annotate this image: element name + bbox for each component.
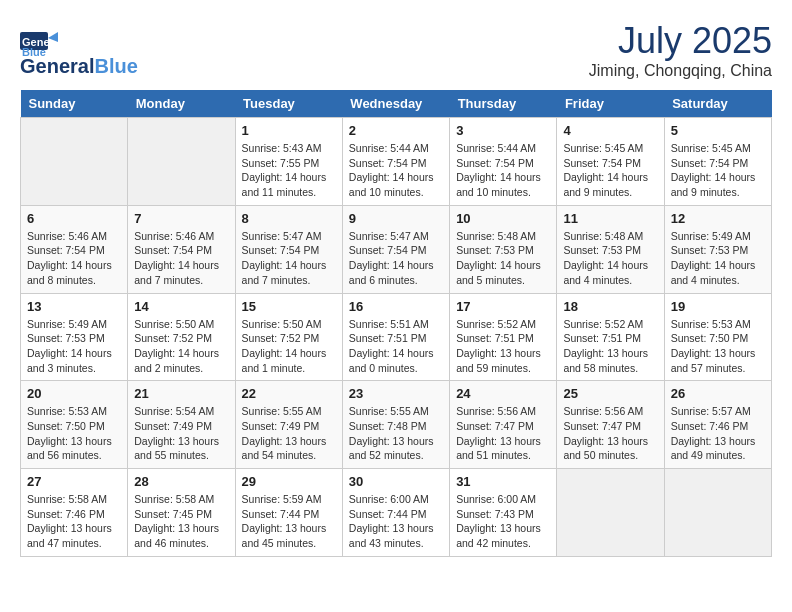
day-info: Sunrise: 5:55 AM Sunset: 7:48 PM Dayligh… [349, 404, 443, 463]
header-wednesday: Wednesday [342, 90, 449, 118]
day-number: 25 [563, 386, 657, 401]
calendar-cell: 26Sunrise: 5:57 AM Sunset: 7:46 PM Dayli… [664, 381, 771, 469]
calendar-cell: 6Sunrise: 5:46 AM Sunset: 7:54 PM Daylig… [21, 205, 128, 293]
day-info: Sunrise: 5:43 AM Sunset: 7:55 PM Dayligh… [242, 141, 336, 200]
calendar-cell: 7Sunrise: 5:46 AM Sunset: 7:54 PM Daylig… [128, 205, 235, 293]
calendar-cell: 17Sunrise: 5:52 AM Sunset: 7:51 PM Dayli… [450, 293, 557, 381]
header-thursday: Thursday [450, 90, 557, 118]
header-tuesday: Tuesday [235, 90, 342, 118]
calendar-table: SundayMondayTuesdayWednesdayThursdayFrid… [20, 90, 772, 557]
header-friday: Friday [557, 90, 664, 118]
day-info: Sunrise: 6:00 AM Sunset: 7:44 PM Dayligh… [349, 492, 443, 551]
calendar-cell: 1Sunrise: 5:43 AM Sunset: 7:55 PM Daylig… [235, 118, 342, 206]
day-number: 28 [134, 474, 228, 489]
calendar-cell: 9Sunrise: 5:47 AM Sunset: 7:54 PM Daylig… [342, 205, 449, 293]
calendar-cell: 8Sunrise: 5:47 AM Sunset: 7:54 PM Daylig… [235, 205, 342, 293]
day-number: 21 [134, 386, 228, 401]
calendar-cell: 4Sunrise: 5:45 AM Sunset: 7:54 PM Daylig… [557, 118, 664, 206]
calendar-header-row: SundayMondayTuesdayWednesdayThursdayFrid… [21, 90, 772, 118]
logo-icon: General Blue [20, 20, 60, 60]
day-number: 10 [456, 211, 550, 226]
day-info: Sunrise: 5:52 AM Sunset: 7:51 PM Dayligh… [563, 317, 657, 376]
day-info: Sunrise: 5:56 AM Sunset: 7:47 PM Dayligh… [456, 404, 550, 463]
day-number: 3 [456, 123, 550, 138]
day-info: Sunrise: 5:59 AM Sunset: 7:44 PM Dayligh… [242, 492, 336, 551]
day-number: 2 [349, 123, 443, 138]
svg-text:Blue: Blue [22, 46, 46, 58]
calendar-cell: 22Sunrise: 5:55 AM Sunset: 7:49 PM Dayli… [235, 381, 342, 469]
day-info: Sunrise: 5:46 AM Sunset: 7:54 PM Dayligh… [134, 229, 228, 288]
day-number: 12 [671, 211, 765, 226]
day-info: Sunrise: 5:56 AM Sunset: 7:47 PM Dayligh… [563, 404, 657, 463]
day-info: Sunrise: 5:57 AM Sunset: 7:46 PM Dayligh… [671, 404, 765, 463]
day-number: 16 [349, 299, 443, 314]
calendar-week-2: 13Sunrise: 5:49 AM Sunset: 7:53 PM Dayli… [21, 293, 772, 381]
day-number: 7 [134, 211, 228, 226]
calendar-cell: 23Sunrise: 5:55 AM Sunset: 7:48 PM Dayli… [342, 381, 449, 469]
calendar-cell [557, 469, 664, 557]
calendar-cell: 15Sunrise: 5:50 AM Sunset: 7:52 PM Dayli… [235, 293, 342, 381]
page-header: General Blue General Blue July 2025 Jimi… [20, 20, 772, 80]
calendar-cell: 2Sunrise: 5:44 AM Sunset: 7:54 PM Daylig… [342, 118, 449, 206]
day-info: Sunrise: 5:47 AM Sunset: 7:54 PM Dayligh… [242, 229, 336, 288]
calendar-week-1: 6Sunrise: 5:46 AM Sunset: 7:54 PM Daylig… [21, 205, 772, 293]
calendar-cell [21, 118, 128, 206]
calendar-week-4: 27Sunrise: 5:58 AM Sunset: 7:46 PM Dayli… [21, 469, 772, 557]
day-number: 24 [456, 386, 550, 401]
day-info: Sunrise: 5:44 AM Sunset: 7:54 PM Dayligh… [349, 141, 443, 200]
header-monday: Monday [128, 90, 235, 118]
day-number: 18 [563, 299, 657, 314]
location-title: Jiming, Chongqing, China [589, 62, 772, 80]
calendar-cell: 27Sunrise: 5:58 AM Sunset: 7:46 PM Dayli… [21, 469, 128, 557]
day-number: 13 [27, 299, 121, 314]
calendar-cell: 14Sunrise: 5:50 AM Sunset: 7:52 PM Dayli… [128, 293, 235, 381]
day-info: Sunrise: 5:45 AM Sunset: 7:54 PM Dayligh… [563, 141, 657, 200]
calendar-week-0: 1Sunrise: 5:43 AM Sunset: 7:55 PM Daylig… [21, 118, 772, 206]
day-number: 1 [242, 123, 336, 138]
day-number: 15 [242, 299, 336, 314]
day-number: 29 [242, 474, 336, 489]
day-number: 19 [671, 299, 765, 314]
day-number: 23 [349, 386, 443, 401]
calendar-cell: 29Sunrise: 5:59 AM Sunset: 7:44 PM Dayli… [235, 469, 342, 557]
calendar-cell: 3Sunrise: 5:44 AM Sunset: 7:54 PM Daylig… [450, 118, 557, 206]
calendar-cell [128, 118, 235, 206]
calendar-cell: 10Sunrise: 5:48 AM Sunset: 7:53 PM Dayli… [450, 205, 557, 293]
day-info: Sunrise: 5:50 AM Sunset: 7:52 PM Dayligh… [134, 317, 228, 376]
day-info: Sunrise: 5:58 AM Sunset: 7:46 PM Dayligh… [27, 492, 121, 551]
day-info: Sunrise: 5:48 AM Sunset: 7:53 PM Dayligh… [456, 229, 550, 288]
day-number: 14 [134, 299, 228, 314]
day-number: 6 [27, 211, 121, 226]
calendar-cell: 16Sunrise: 5:51 AM Sunset: 7:51 PM Dayli… [342, 293, 449, 381]
header-sunday: Sunday [21, 90, 128, 118]
day-info: Sunrise: 5:58 AM Sunset: 7:45 PM Dayligh… [134, 492, 228, 551]
day-number: 17 [456, 299, 550, 314]
day-number: 4 [563, 123, 657, 138]
day-number: 11 [563, 211, 657, 226]
calendar-cell: 19Sunrise: 5:53 AM Sunset: 7:50 PM Dayli… [664, 293, 771, 381]
calendar-cell: 11Sunrise: 5:48 AM Sunset: 7:53 PM Dayli… [557, 205, 664, 293]
day-info: Sunrise: 5:44 AM Sunset: 7:54 PM Dayligh… [456, 141, 550, 200]
day-info: Sunrise: 5:46 AM Sunset: 7:54 PM Dayligh… [27, 229, 121, 288]
calendar-cell: 25Sunrise: 5:56 AM Sunset: 7:47 PM Dayli… [557, 381, 664, 469]
day-number: 31 [456, 474, 550, 489]
calendar-week-3: 20Sunrise: 5:53 AM Sunset: 7:50 PM Dayli… [21, 381, 772, 469]
day-number: 5 [671, 123, 765, 138]
day-number: 26 [671, 386, 765, 401]
day-number: 8 [242, 211, 336, 226]
calendar-cell: 30Sunrise: 6:00 AM Sunset: 7:44 PM Dayli… [342, 469, 449, 557]
calendar-cell: 31Sunrise: 6:00 AM Sunset: 7:43 PM Dayli… [450, 469, 557, 557]
title-block: July 2025 Jiming, Chongqing, China [589, 20, 772, 80]
calendar-cell: 13Sunrise: 5:49 AM Sunset: 7:53 PM Dayli… [21, 293, 128, 381]
calendar-cell: 12Sunrise: 5:49 AM Sunset: 7:53 PM Dayli… [664, 205, 771, 293]
day-info: Sunrise: 5:49 AM Sunset: 7:53 PM Dayligh… [671, 229, 765, 288]
logo: General Blue General Blue [20, 20, 138, 78]
day-info: Sunrise: 5:49 AM Sunset: 7:53 PM Dayligh… [27, 317, 121, 376]
day-number: 27 [27, 474, 121, 489]
day-info: Sunrise: 5:50 AM Sunset: 7:52 PM Dayligh… [242, 317, 336, 376]
day-number: 22 [242, 386, 336, 401]
calendar-cell [664, 469, 771, 557]
day-info: Sunrise: 5:54 AM Sunset: 7:49 PM Dayligh… [134, 404, 228, 463]
day-info: Sunrise: 5:53 AM Sunset: 7:50 PM Dayligh… [671, 317, 765, 376]
calendar-cell: 24Sunrise: 5:56 AM Sunset: 7:47 PM Dayli… [450, 381, 557, 469]
